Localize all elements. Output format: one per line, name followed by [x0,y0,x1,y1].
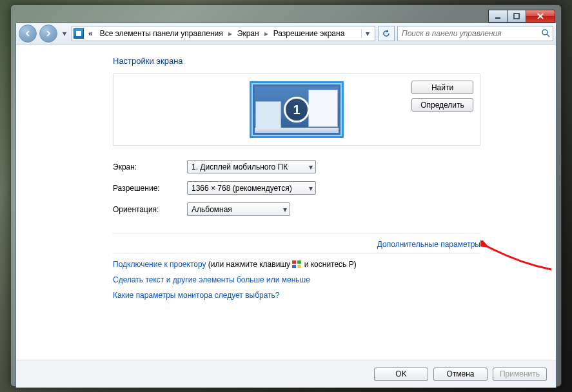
window-frame: ▾ « Все элементы панели управления ▸ Экр… [10,5,562,387]
svg-point-2 [542,30,547,35]
search-input[interactable] [400,28,537,39]
svg-line-3 [547,34,549,37]
client-area: ▾ « Все элементы панели управления ▸ Экр… [15,23,557,388]
search-icon [541,28,550,39]
address-bar[interactable]: « Все элементы панели управления ▸ Экран… [72,26,375,41]
back-button[interactable] [19,24,37,43]
breadcrumb-item[interactable]: Экран [235,29,262,38]
resolution-label: Разрешение: [113,184,187,193]
chevron-down-icon: ▾ [309,184,313,193]
address-history-dropdown[interactable]: ▾ [361,29,373,38]
breadcrumb-item[interactable]: Все элементы панели управления [97,29,226,38]
minimize-button[interactable] [488,10,508,23]
titlebar [15,10,557,23]
chevron-down-icon: ▾ [309,162,313,172]
close-button[interactable] [526,10,555,23]
breadcrumb-item[interactable]: Разрешение экрана [271,29,348,38]
detect-button[interactable]: Найти [411,81,473,94]
chevron-right-icon[interactable]: ▸ [228,29,233,38]
maximize-button[interactable] [507,10,526,23]
projector-row: Подключение к проектору (или нажмите кла… [113,260,480,269]
display-label: Экран: [113,162,187,172]
monitor-thumbnail[interactable]: 1 [250,81,344,138]
control-panel-icon [74,28,84,39]
display-preview: 1 Найти Определить [113,74,480,146]
cancel-button[interactable]: Отмена [433,368,488,381]
apply-button[interactable]: Применить [493,368,547,381]
nav-history-dropdown[interactable]: ▾ [60,29,69,38]
toolbar: ▾ « Все элементы панели управления ▸ Экр… [16,23,556,44]
svg-rect-1 [514,14,519,19]
orientation-label: Ориентация: [113,205,187,214]
search-box[interactable] [397,26,553,41]
page-title: Настройки экрана [113,56,480,66]
which-monitor-link[interactable]: Какие параметры монитора следует выбрать… [113,291,280,300]
forward-button[interactable] [39,24,57,43]
windows-key-icon [292,260,302,268]
text-size-link[interactable]: Сделать текст и другие элементы больше и… [113,275,310,284]
projector-link[interactable]: Подключение к проектору [113,260,206,269]
content-area: Настройки экрана 1 Найти Определить Экра… [16,44,556,360]
orientation-combobox[interactable]: Альбомная ▾ [187,202,290,216]
display-combobox[interactable]: 1. Дисплей мобильного ПК ▾ [187,160,316,173]
monitor-number: 1 [284,97,310,122]
button-bar: OK Отмена Применить [16,360,556,387]
svg-rect-0 [495,17,500,19]
refresh-button[interactable] [378,26,395,41]
identify-button[interactable]: Определить [411,98,473,112]
resolution-combobox[interactable]: 1366 × 768 (рекомендуется) ▾ [187,181,316,195]
ok-button[interactable]: OK [374,368,428,381]
chevron-down-icon: ▾ [283,205,287,214]
breadcrumb-prefix: « [86,29,95,38]
advanced-settings-link[interactable]: Дополнительные параметры [377,240,480,249]
chevron-right-icon[interactable]: ▸ [264,29,269,38]
